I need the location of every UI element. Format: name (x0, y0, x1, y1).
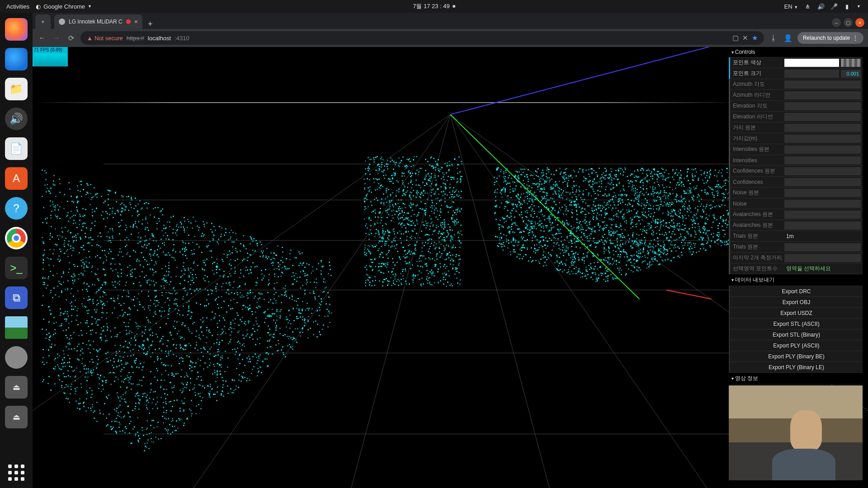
profile-button[interactable]: 👤 (783, 34, 793, 42)
dock-chrome-icon[interactable] (5, 227, 28, 249)
close-window-button[interactable]: × (855, 18, 864, 27)
hint-text: 영역을 선택하세요 (784, 265, 863, 272)
row-label: Azimuth 각도 (730, 80, 784, 88)
color-swatch[interactable] (784, 59, 839, 67)
export-button[interactable]: Export OBJ (729, 297, 863, 308)
value-field (784, 102, 861, 110)
dock-usb-icon[interactable]: ⏏ (5, 376, 28, 399)
app-menu-label: Google Chrome (43, 3, 85, 10)
row-param: 거리 원본 (729, 122, 863, 133)
row-label: 선택영역 포인트수 (730, 265, 784, 272)
export-button[interactable]: Export PLY (ASCII) (729, 340, 863, 351)
export-button[interactable]: Export PLY (Binary LE) (729, 362, 863, 373)
camera-icon[interactable]: ▢ (732, 34, 739, 42)
show-applications-button[interactable] (8, 465, 24, 481)
row-param: Intensities 원본 (729, 144, 863, 155)
reload-button[interactable]: ⟳ (66, 34, 76, 42)
lidar-viewport[interactable]: 71 FPS (0-99) Controls (33, 47, 868, 488)
export-button[interactable]: Export DRC (729, 286, 863, 297)
row-param: 거리값(m) (729, 133, 863, 144)
back-button[interactable]: ← (37, 34, 47, 42)
maximize-button[interactable]: ▢ (844, 18, 853, 27)
chrome-window: ▾ LG Innotek MLiDAR C × + – ▢ × ← → ⟳ ▲ … (33, 13, 868, 488)
tab-favicon-icon (59, 19, 65, 25)
dock-screenshot-icon[interactable]: ⧉ (5, 286, 28, 309)
tab-strip: ▾ LG Innotek MLiDAR C × + – ▢ × (33, 13, 868, 29)
row-param: Elevation 라디언 (729, 112, 863, 122)
dock-firefox-icon[interactable] (5, 18, 28, 41)
row-label: Avalanches 원본 (730, 221, 784, 229)
system-menu-chevron-icon[interactable]: ▼ (857, 4, 861, 9)
row-point-size[interactable]: 포인트 크기 0.001 (729, 68, 863, 79)
clock-text: 7월 17 23 : 49 (413, 2, 450, 10)
battery-icon[interactable]: ▮ (844, 3, 850, 10)
dock-terminal-icon[interactable]: >_ (5, 257, 28, 279)
minimize-button[interactable]: – (832, 18, 841, 27)
network-icon[interactable]: ⋔ (804, 3, 811, 10)
clock[interactable]: 7월 17 23 : 49 (413, 2, 455, 10)
row-param: Confidences (729, 177, 863, 188)
dock-thunderbird-icon[interactable] (5, 48, 28, 70)
security-warning[interactable]: ▲ Not secure (87, 35, 123, 42)
url-port: :4310 (175, 35, 189, 42)
row-label: Elevation 각도 (730, 102, 784, 110)
close-tab-button[interactable]: × (134, 18, 138, 25)
downloads-button[interactable]: ⭳ (769, 34, 778, 42)
export-button[interactable]: Export STL (ASCII) (729, 319, 863, 329)
address-bar[interactable]: ▲ Not secure https://localhost:4310 ▢ ✕ … (80, 31, 764, 45)
app-menu[interactable]: ◐ Google Chrome ▼ (36, 3, 92, 10)
row-selection-count: 선택영역 포인트수 영역을 선택하세요 (729, 263, 863, 274)
row-label: 포인트 크기 (730, 70, 784, 77)
row-label: Confidences (730, 179, 784, 185)
axis-z (450, 47, 743, 114)
mic-icon[interactable]: 🎤 (830, 3, 837, 10)
dock-app-icon[interactable] (5, 346, 28, 369)
slider[interactable] (784, 70, 839, 78)
value-field (784, 80, 861, 89)
value-field (784, 91, 861, 99)
row-label: Noise (730, 201, 784, 207)
dock-help-icon[interactable]: ? (5, 197, 28, 220)
not-secure-label: Not secure (94, 35, 123, 42)
row-label: Trials 원본 (730, 243, 784, 251)
new-tab-button[interactable]: + (142, 19, 158, 29)
export-button[interactable]: Export PLY (Binary BE) (729, 351, 863, 362)
row-param: Confidences 원본 (729, 166, 863, 177)
location-blocked-icon[interactable]: ✕ (742, 34, 748, 42)
relaunch-label: Relaunch to update (803, 35, 850, 41)
row-label: Elevation 라디언 (730, 113, 784, 121)
chevron-down-icon: ▼ (794, 5, 798, 9)
row-label: 포인트 색상 (730, 59, 784, 66)
search-tabs-button[interactable]: ▾ (35, 14, 51, 29)
row-label: Confidences 원본 (730, 167, 784, 175)
row-param: Avalanches 원본 (729, 209, 863, 220)
color-extra[interactable] (841, 59, 861, 67)
export-button[interactable]: Export USDZ (729, 308, 863, 319)
relaunch-button[interactable]: Relaunch to update⋮ (797, 32, 863, 44)
fps-label: 71 FPS (0-99) (34, 47, 62, 52)
activities-button[interactable]: Activities (6, 3, 29, 10)
dock-files-icon[interactable]: 📁 (5, 78, 28, 100)
forward-button[interactable]: → (52, 34, 61, 42)
dock-usb-icon[interactable]: ⏏ (5, 406, 28, 428)
browser-tab[interactable]: LG Innotek MLiDAR C × (54, 14, 142, 29)
export-button[interactable]: Export STL (Binary) (729, 329, 863, 340)
bookmark-star-icon[interactable]: ★ (752, 34, 758, 42)
row-param: Noise 원본 (729, 188, 863, 198)
dock-imageviewer-icon[interactable] (5, 316, 28, 339)
input-language[interactable]: EN ▼ (784, 3, 798, 10)
volume-icon[interactable]: 🔊 (817, 3, 824, 10)
dock-software-icon[interactable]: A (5, 167, 28, 190)
dock-libreoffice-icon[interactable]: 📄 (5, 137, 28, 160)
section-controls[interactable]: Controls (729, 47, 863, 57)
row-label: 거리 원본 (730, 124, 784, 131)
row-param: Azimuth 라디언 (729, 90, 863, 101)
dock-rhythmbox-icon[interactable]: 🔊 (5, 108, 28, 130)
section-export[interactable]: 데이터 내보내기 (729, 274, 863, 286)
row-label: Trials 원본 (730, 232, 784, 240)
ubuntu-dock: 📁 🔊 📄 A ? >_ ⧉ ⏏ ⏏ (0, 13, 33, 488)
row-param: Trials 원본1m (729, 231, 863, 242)
row-point-color[interactable]: 포인트 색상 (729, 57, 863, 68)
number-input[interactable]: 0.001 (841, 70, 861, 78)
section-video[interactable]: 영상 정보 (729, 373, 863, 385)
